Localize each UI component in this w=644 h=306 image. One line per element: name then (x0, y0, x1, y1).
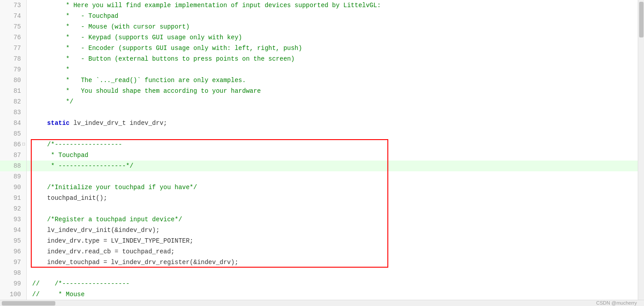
line-code: /*------------------ (27, 139, 638, 150)
line-number: 76 (0, 32, 27, 43)
line-code: indev_drv.type = LV_INDEV_TYPE_POINTER; (27, 236, 638, 246)
line-code: touchpad_init(); (27, 193, 638, 203)
code-line: 83 (0, 107, 638, 118)
line-code: * - Keypad (supports GUI usage only with… (27, 32, 638, 43)
code-line: 90 /*Initialize your touchpad if you hav… (0, 182, 638, 193)
code-line: 79 * (0, 64, 638, 75)
code-line: 100// * Mouse (0, 289, 638, 300)
line-code: /*Register a touchpad input device*/ (27, 214, 638, 225)
collapse-icon[interactable]: □ (21, 139, 27, 150)
h-scrollbar-thumb[interactable] (2, 301, 55, 306)
line-code: // /*------------------ (27, 278, 638, 289)
code-line: 89 (0, 171, 638, 182)
line-number: 88 (0, 161, 27, 171)
line-number: 93 (0, 214, 27, 225)
line-code: * Here you will find example implementat… (27, 0, 638, 11)
line-code: /*Initialize your touchpad if you have*/ (27, 182, 638, 193)
line-number: 83 (0, 107, 27, 118)
code-comment: // /*------------------ (32, 280, 129, 287)
line-code: * ------------------*/ (27, 161, 638, 171)
code-comment: * ------------------*/ (32, 162, 133, 170)
code-line: 78 * - Button (external buttons to press… (0, 54, 638, 64)
scrollbar-thumb[interactable] (639, 2, 644, 37)
code-comment: /*------------------ (32, 141, 122, 148)
line-code: * Touchpad (27, 150, 638, 161)
code-text: indev_drv.read_cb = touchpad_read; (32, 248, 175, 255)
code-line: 93 /*Register a touchpad input device*/ (0, 214, 638, 225)
code-line: 88 * ------------------*/ (0, 161, 638, 171)
line-number: 89 (0, 171, 27, 182)
code-line: 98 (0, 268, 638, 278)
code-keyword: static (32, 120, 73, 127)
code-line: 96 indev_drv.read_cb = touchpad_read; (0, 246, 638, 257)
code-editor: 73 * Here you will find example implemen… (0, 0, 644, 306)
line-code (27, 107, 638, 118)
code-text: indev_drv.type = LV_INDEV_TYPE_POINTER; (32, 237, 193, 244)
code-comment: * - Touchpad (32, 12, 118, 20)
line-code: // * Mouse (27, 289, 638, 300)
line-number: 97 (0, 257, 27, 268)
horizontal-scrollbar[interactable]: CSDN @mucherry (0, 300, 644, 306)
line-code: static lv_indev_drv_t indev_drv; (27, 118, 638, 128)
code-area: 73 * Here you will find example implemen… (0, 0, 644, 300)
code-text: touchpad_init(); (32, 194, 107, 202)
code-comment: * Touchpad (32, 152, 88, 159)
code-line: 84 static lv_indev_drv_t indev_drv; (0, 118, 638, 128)
code-comment: * (32, 66, 70, 73)
code-line: 85 (0, 128, 638, 139)
line-number: 81 (0, 86, 27, 96)
line-code: * - Button (external buttons to press po… (27, 54, 638, 64)
code-line: 76 * - Keypad (supports GUI usage only w… (0, 32, 638, 43)
code-text: lv_indev_drv_init(&indev_drv); (32, 227, 160, 234)
code-comment: * - Keypad (supports GUI usage only with… (32, 34, 242, 41)
line-number: 100 (0, 289, 27, 300)
code-comment: // * Mouse (32, 291, 85, 298)
code-line: 73 * Here you will find example implemen… (0, 0, 638, 11)
line-number: 94 (0, 225, 27, 236)
line-code (27, 268, 638, 278)
line-number: 92 (0, 203, 27, 214)
line-number: 85 (0, 128, 27, 139)
line-number: 80 (0, 75, 27, 86)
line-code: * You should shape them according to you… (27, 86, 638, 96)
code-line: 99// /*------------------ (0, 278, 638, 289)
code-text: lv_indev_drv_t indev_drv; (73, 120, 167, 127)
line-code: * - Encoder (supports GUI usage only wit… (27, 43, 638, 54)
vertical-scrollbar[interactable] (638, 0, 644, 300)
line-code (27, 203, 638, 214)
line-code: * - Mouse (with cursor support) (27, 21, 638, 32)
line-number: 87 (0, 150, 27, 161)
line-number: 82 (0, 96, 27, 107)
line-number: 90 (0, 182, 27, 193)
line-code: indev_touchpad = lv_indev_drv_register(&… (27, 257, 638, 268)
code-line: 80 * The `..._read()` function are only … (0, 75, 638, 86)
code-comment: */ (32, 98, 73, 105)
code-line: 81 * You should shape them according to … (0, 86, 638, 96)
code-line: 95 indev_drv.type = LV_INDEV_TYPE_POINTE… (0, 236, 638, 246)
line-number: 91 (0, 193, 27, 203)
line-number: 75 (0, 21, 27, 32)
line-number: 95 (0, 236, 27, 246)
code-line: 97 indev_touchpad = lv_indev_drv_registe… (0, 257, 638, 268)
code-comment: * Here you will find example implementat… (32, 2, 381, 9)
line-number: 78 (0, 54, 27, 64)
code-line: 74 * - Touchpad (0, 11, 638, 21)
watermark: CSDN @mucherry (596, 300, 637, 306)
line-code: */ (27, 96, 638, 107)
line-number: 73 (0, 0, 27, 11)
code-text: indev_touchpad = lv_indev_drv_register(&… (32, 259, 238, 266)
code-line: 82 */ (0, 96, 638, 107)
code-comment: /*Initialize your touchpad if you have*/ (32, 184, 197, 191)
line-number: 77 (0, 43, 27, 54)
line-number: 96 (0, 246, 27, 257)
lines-wrapper: 73 * Here you will find example implemen… (0, 0, 638, 300)
code-comment: * - Encoder (supports GUI usage only wit… (32, 45, 302, 52)
code-line: 94 lv_indev_drv_init(&indev_drv); (0, 225, 638, 236)
code-comment: /*Register a touchpad input device*/ (32, 216, 182, 223)
code-line: 77 * - Encoder (supports GUI usage only … (0, 43, 638, 54)
code-line: 87 * Touchpad (0, 150, 638, 161)
code-comment: * - Button (external buttons to press po… (32, 55, 295, 62)
line-code: * (27, 64, 638, 75)
line-code (27, 171, 638, 182)
line-code: * - Touchpad (27, 11, 638, 21)
